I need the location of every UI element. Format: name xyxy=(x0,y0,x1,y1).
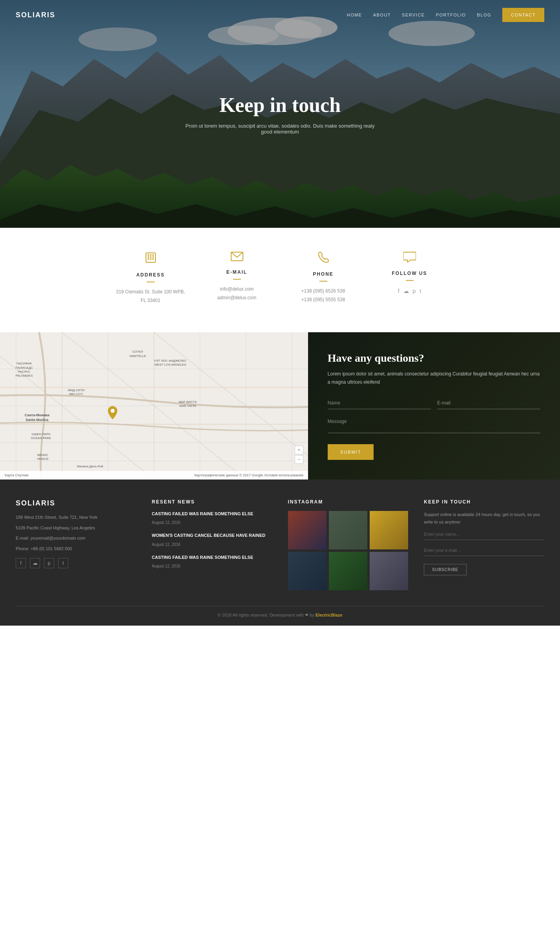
email-icon xyxy=(202,251,272,264)
insta-thumb-1[interactable] xyxy=(288,511,327,549)
phone-1: +138 (095) 6526 538 xyxy=(288,287,359,296)
nav-home[interactable]: HOME xyxy=(347,13,362,17)
insta-thumb-6[interactable] xyxy=(370,552,408,590)
news-date-2: August 12, 2016 xyxy=(152,542,181,547)
news-date-1: August 12, 2016 xyxy=(152,520,181,525)
nav-about[interactable]: ABOUT xyxy=(373,13,391,17)
phone-label: PHONE xyxy=(288,271,359,277)
follow-underline xyxy=(406,280,414,281)
map-area: ПАСИФИКПАЛИСАДСPACIFICPALISADES МИД-СИТИ… xyxy=(0,332,308,480)
footer-facebook[interactable]: f xyxy=(16,558,26,568)
social-pinterest[interactable]: p xyxy=(413,286,416,296)
footer-email-input[interactable] xyxy=(424,545,544,556)
form-email-input[interactable] xyxy=(437,397,540,409)
footer-twitter[interactable]: t xyxy=(58,558,68,568)
svg-rect-17 xyxy=(148,258,149,260)
svg-rect-13 xyxy=(152,254,154,256)
footer-email: E-mail: youremail@yourdomain.com xyxy=(16,534,136,542)
map-copyright: Картографические данные © 2017 Google Ус… xyxy=(194,473,303,477)
insta-thumb-5[interactable] xyxy=(329,552,367,590)
footer-news-heading: RESENT NEWS xyxy=(152,499,272,505)
footer-social-links: f ☁ p t xyxy=(16,558,136,568)
subscribe-button[interactable]: SUBSCRIBE xyxy=(424,564,467,575)
footer-top: SOLIARIS 198 West 21th Street, Suite 721… xyxy=(16,499,544,591)
hero-section: Keep in touch Proin ut lorem tempus, sus… xyxy=(0,0,560,228)
news-title-3[interactable]: CASTING FAILED WAS RAINE SOMETHING ELSE xyxy=(152,555,272,560)
zoom-out-btn[interactable]: − xyxy=(295,455,303,464)
map-type: Карта Спутник xyxy=(5,473,29,477)
social-twitter[interactable]: t xyxy=(420,286,421,296)
footer: SOLIARIS 198 West 21th Street, Suite 721… xyxy=(0,480,560,626)
nav-service[interactable]: SERVICE xyxy=(402,13,425,17)
instagram-grid xyxy=(288,511,409,591)
form-message-input[interactable] xyxy=(328,416,540,433)
email-2[interactable]: admin@delux.com xyxy=(202,294,272,302)
svg-rect-19 xyxy=(152,258,154,260)
news-item-2: WOMEN'S CASTING CANCEL BECAUSE HAVE RAIN… xyxy=(152,533,272,547)
nav-logo[interactable]: SOLIARIS xyxy=(16,11,55,19)
map-placeholder: ПАСИФИКПАЛИСАДСPACIFICPALISADES МИД-СИТИ… xyxy=(0,332,308,480)
map-footer: Карта Спутник Картографические данные © … xyxy=(0,471,308,480)
footer-keep-touch-col: KEEP IN TOUCH Support online is availabl… xyxy=(424,499,544,591)
form-submit-button[interactable]: SUBMIT xyxy=(328,444,374,460)
map-label-venice: ВЕНИСVENICE xyxy=(37,453,49,461)
news-item-3: CASTING FAILED WAS RAINE SOMETHING ELSE … xyxy=(152,555,272,569)
footer-about-col: SOLIARIS 198 West 21th Street, Suite 721… xyxy=(16,499,136,591)
hero-subtitle: Proin ut lorem tempus, suscipit arcu vit… xyxy=(182,123,378,135)
address-underline xyxy=(147,282,155,282)
form-title: Have any questions? xyxy=(328,352,540,364)
email-underline xyxy=(233,279,241,280)
footer-bottom: © 2016 All rights reserved. Development … xyxy=(16,606,544,618)
phone-icon xyxy=(288,251,359,266)
nav-contact-button[interactable]: CONTACT xyxy=(502,8,544,22)
footer-address-1: 198 West 21th Street, Suite 721, New Yor… xyxy=(16,514,136,521)
footer-keep-touch-desc: Support online is available 24 hours day… xyxy=(424,511,544,525)
zoom-in-btn[interactable]: + xyxy=(295,446,303,454)
insta-thumb-2[interactable] xyxy=(329,511,367,549)
map-label-oceanpark: ОШЕН ПАРКOCEAN PARK xyxy=(31,432,51,441)
contact-info-section: ADDRESS 319 Clematis St. Suite 100 WPB, … xyxy=(0,228,560,332)
social-instagram[interactable]: ☁ xyxy=(403,286,409,296)
insta-thumb-3[interactable] xyxy=(370,511,408,549)
nav-blog[interactable]: BLOG xyxy=(477,13,492,17)
follow-icon xyxy=(374,251,445,265)
footer-instagram[interactable]: ☁ xyxy=(30,558,40,568)
copyright-text: © 2016 All rights reserved. Development … xyxy=(218,613,343,617)
social-icons: f ☁ p t xyxy=(374,286,445,296)
contact-phone-col: PHONE +138 (095) 6526 538 +138 (095) 555… xyxy=(280,251,367,305)
insta-thumb-4[interactable] xyxy=(288,552,327,590)
news-title-1[interactable]: CASTING FAILED WAS RAINE SOMETHING ELSE xyxy=(152,511,272,517)
social-facebook[interactable]: f xyxy=(398,286,399,296)
svg-rect-12 xyxy=(150,254,151,256)
footer-pinterest[interactable]: p xyxy=(44,558,54,568)
address-label: ADDRESS xyxy=(115,272,186,278)
map-label-marina: Малина Дель-Рей xyxy=(77,465,103,469)
map-label-marvista: МАР ВИСТАMAR VISTA xyxy=(179,400,197,408)
footer-instagram-heading: INSTAGRAM xyxy=(288,499,409,505)
nav-links: HOME ABOUT SERVICE PORTFOLIO BLOG CONTAC… xyxy=(347,8,544,22)
map-zoom-controls: + − xyxy=(295,446,303,464)
address-text: 319 Clematis St. Suite 100 WPB, FL 33401 xyxy=(115,288,186,305)
nav-portfolio[interactable]: PORTFOLIO xyxy=(436,13,466,17)
hero-content: Keep in touch Proin ut lorem tempus, sus… xyxy=(166,93,394,135)
map-label-sawtelle: СОТЕЛSAWTELLE xyxy=(130,350,146,358)
footer-news-col: RESENT NEWS CASTING FAILED WAS RAINE SOM… xyxy=(152,499,272,591)
map-label-westla: УЭТ ЛОС АНДЖЕЛЕСWEST LOS ANGELES xyxy=(154,359,186,367)
footer-address-2: 5109 Pacific Coast Highway, Los Angeles xyxy=(16,524,136,532)
footer-name-input[interactable] xyxy=(424,529,544,540)
news-title-2[interactable]: WOMEN'S CASTING CANCEL BECAUSE HAVE RAIN… xyxy=(152,533,272,538)
svg-rect-16 xyxy=(152,256,154,258)
phone-underline xyxy=(319,281,327,282)
email-label: E-MAIL xyxy=(202,269,272,275)
footer-keep-touch-heading: KEEP IN TOUCH xyxy=(424,499,544,505)
phone-2: +138 (095) 5555 538 xyxy=(288,296,359,304)
form-name-input[interactable] xyxy=(328,397,431,409)
map-form-section: ПАСИФИКПАЛИСАДСPACIFICPALISADES МИД-СИТИ… xyxy=(0,332,560,480)
email-1[interactable]: info@delux.com xyxy=(202,285,272,294)
contact-address-col: ADDRESS 319 Clematis St. Suite 100 WPB, … xyxy=(108,251,194,305)
footer-instagram-col: INSTAGRAM xyxy=(288,499,409,591)
footer-logo: SOLIARIS xyxy=(16,499,136,507)
map-label-santamonica: Санта-МоникаSanta Monica xyxy=(25,413,49,422)
form-name-email-row xyxy=(328,397,540,409)
svg-rect-18 xyxy=(150,258,151,260)
